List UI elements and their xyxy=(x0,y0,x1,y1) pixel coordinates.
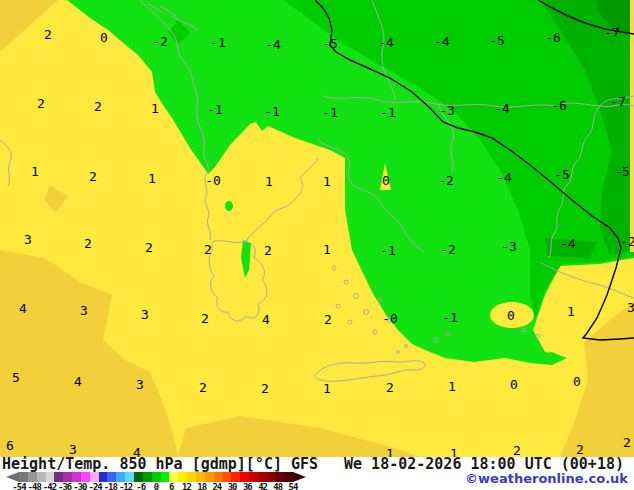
temp-label: -1 xyxy=(380,243,396,258)
temp-label: 3 xyxy=(80,303,88,318)
scale-color-segment xyxy=(275,472,284,482)
temp-label: -4 xyxy=(378,35,394,50)
scale-color-segment xyxy=(143,472,152,482)
temp-label: 2 xyxy=(94,99,102,114)
temp-label: 1 xyxy=(567,304,575,319)
scale-color-segment xyxy=(46,472,55,482)
temp-label: 2 xyxy=(204,242,212,257)
temp-label: 4 xyxy=(262,312,270,327)
temp-label: 4 xyxy=(74,374,82,389)
temp-label: 3 xyxy=(627,300,634,315)
temp-label: 2 xyxy=(623,435,631,450)
temp-label: -1 xyxy=(207,102,223,117)
scale-tick: -54 xyxy=(12,482,25,490)
temp-label: 2 xyxy=(324,312,332,327)
temp-label: 1 xyxy=(448,379,456,394)
scale-color-segment xyxy=(214,472,223,482)
legend-title: Height/Temp. 850 hPa [gdmp][°C] GFS xyxy=(2,455,318,473)
temp-label: 4 xyxy=(19,301,27,316)
scale-tick: 30 xyxy=(228,482,237,490)
scale-color-segment xyxy=(81,472,90,482)
scale-color-segment xyxy=(161,472,170,482)
temp-label: 1 xyxy=(148,171,156,186)
temp-label: 5 xyxy=(12,370,20,385)
scale-color-segment xyxy=(63,472,72,482)
temp-label: -1 xyxy=(442,310,458,325)
temp-label: -6 xyxy=(545,30,561,45)
temp-label: -4 xyxy=(496,170,512,185)
temp-label: -4 xyxy=(434,34,450,49)
scale-tick: 24 xyxy=(212,482,221,490)
temp-label: -5 xyxy=(554,167,570,182)
scale-color-segment xyxy=(54,472,63,482)
temp-label: 3 xyxy=(136,377,144,392)
temp-label: -5 xyxy=(322,36,338,51)
scale-tick: -30 xyxy=(73,482,86,490)
temp-label: 2 xyxy=(261,381,269,396)
temp-label: 2 xyxy=(84,236,92,251)
colorbar-segments xyxy=(19,472,293,482)
scale-tick: 6 xyxy=(169,482,173,490)
scale-color-segment xyxy=(249,472,258,482)
scale-tick: -24 xyxy=(88,482,101,490)
temp-label: 0 xyxy=(100,30,108,45)
scale-color-segment xyxy=(90,472,99,482)
temp-label: -3 xyxy=(439,103,455,118)
scale-color-segment xyxy=(196,472,205,482)
temp-label: 2 xyxy=(386,380,394,395)
scale-tick: -42 xyxy=(43,482,56,490)
temp-label: -1 xyxy=(264,104,280,119)
scale-color-segment xyxy=(222,472,231,482)
scale-color-segment xyxy=(19,472,28,482)
temp-label: 2 xyxy=(37,96,45,111)
colorbar-left-arrow xyxy=(6,472,19,482)
scale-color-segment xyxy=(28,472,37,482)
temp-label: 0 xyxy=(510,377,518,392)
temp-label: 0 xyxy=(573,374,581,389)
temp-label: 3 xyxy=(141,307,149,322)
scale-color-segment xyxy=(37,472,46,482)
scale-color-segment xyxy=(169,472,178,482)
scale-color-segment xyxy=(116,472,125,482)
temp-label: 1 xyxy=(151,101,159,116)
temp-label: -2 xyxy=(438,173,454,188)
temp-label: 2 xyxy=(89,169,97,184)
scale-tick: 18 xyxy=(197,482,206,490)
temp-label: 2 xyxy=(199,380,207,395)
scale-color-segment xyxy=(258,472,267,482)
temp-label: -2 xyxy=(620,234,634,249)
scale-tick: -12 xyxy=(119,482,132,490)
temp-label: 1 xyxy=(265,174,273,189)
scale-color-segment xyxy=(178,472,187,482)
scale-color-segment xyxy=(99,472,108,482)
scale-tick: -48 xyxy=(28,482,41,490)
scale-color-segment xyxy=(240,472,249,482)
temp-label: -5 xyxy=(614,164,630,179)
scale-color-segment xyxy=(231,472,240,482)
scale-color-segment xyxy=(284,472,293,482)
scale-tick: 42 xyxy=(258,482,267,490)
temp-label: -4 xyxy=(494,101,510,116)
temp-label: -2 xyxy=(440,242,456,257)
temp-label: -6 xyxy=(551,98,567,113)
temp-label: -3 xyxy=(501,239,517,254)
temp-label: 2 xyxy=(264,243,272,258)
temp-label: 6 xyxy=(6,438,14,453)
temperature-colorbar xyxy=(6,472,306,482)
temp-label: -5 xyxy=(489,33,505,48)
temp-label: -7 xyxy=(610,94,626,109)
scale-tick: -36 xyxy=(58,482,71,490)
temp-label: -4 xyxy=(265,37,281,52)
weather-map: 20-2-1-4-5-4-4-5-6-7221-1-1-1-1-3-4-6-71… xyxy=(0,0,634,457)
temp-label: 1 xyxy=(323,242,331,257)
temp-label: 1 xyxy=(323,381,331,396)
weather-map-page: 20-2-1-4-5-4-4-5-6-7221-1-1-1-1-3-4-6-71… xyxy=(0,0,634,490)
temp-label: 3 xyxy=(24,232,32,247)
scale-tick: 48 xyxy=(273,482,282,490)
copyright-link[interactable]: ©weatheronline.co.uk xyxy=(465,471,628,486)
colorbar-right-arrow xyxy=(293,472,306,482)
temp-label: -0 xyxy=(205,173,221,188)
temp-label: -2 xyxy=(152,34,168,49)
temp-label: -1 xyxy=(210,35,226,50)
temp-label: 0 xyxy=(507,308,515,323)
